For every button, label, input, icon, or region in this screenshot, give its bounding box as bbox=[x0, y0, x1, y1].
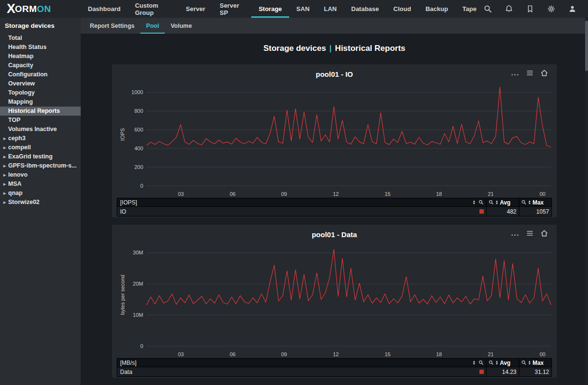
sidebar-item[interactable]: ▶GPFS-ibm-spectrum-s... bbox=[0, 161, 81, 170]
nav-item[interactable]: Storage bbox=[251, 0, 289, 18]
more-options-icon[interactable]: ... bbox=[511, 71, 519, 75]
svg-text:18: 18 bbox=[436, 351, 442, 357]
sidebar-item[interactable]: ▶ceph3 bbox=[0, 134, 81, 143]
svg-text:30M: 30M bbox=[133, 250, 143, 255]
avg-sort-icon[interactable]: ▲▼ bbox=[495, 200, 498, 205]
series-avg-value: 482 bbox=[487, 207, 519, 216]
svg-text:1000: 1000 bbox=[132, 89, 143, 95]
expand-arrow-icon[interactable]: ▶ bbox=[3, 153, 8, 161]
sidebar-item[interactable]: ▶Storwize02 bbox=[0, 198, 81, 207]
app-logo[interactable]: XORMON bbox=[0, 0, 81, 18]
legend-search-icon[interactable] bbox=[478, 200, 484, 205]
nav-item[interactable]: Server bbox=[179, 0, 212, 18]
sidebar-item[interactable]: ▶Mapping bbox=[0, 97, 81, 107]
expand-arrow-icon[interactable]: ▶ bbox=[3, 162, 8, 170]
sidebar-item[interactable]: ▶ExaGrid testing bbox=[0, 152, 81, 161]
sidebar-item[interactable]: ▶MSA bbox=[0, 180, 81, 189]
sidebar-item[interactable]: ▶Overview bbox=[0, 79, 81, 88]
sidebar-item[interactable]: ▶Historical Reports bbox=[0, 107, 81, 116]
bookmark-icon[interactable] bbox=[526, 5, 534, 13]
nav-item[interactable]: Backup bbox=[418, 0, 455, 18]
max-column-header[interactable]: Max bbox=[532, 199, 543, 206]
legend-series-row[interactable]: IO 482 1057 bbox=[117, 207, 551, 216]
line-chart-data[interactable]: 010M20M30M0306091215182100bytes per seco… bbox=[117, 240, 552, 358]
sidebar-item[interactable]: ▶Topology bbox=[0, 88, 81, 97]
sidebar-item[interactable]: ▶compell bbox=[0, 143, 81, 152]
user-account-icon[interactable] bbox=[568, 5, 576, 13]
max-sort-icon[interactable]: ▲▼ bbox=[528, 361, 531, 365]
chart-title-data: pool01 - Data bbox=[117, 225, 552, 239]
nav-item[interactable]: Custom Group bbox=[128, 0, 179, 18]
report-tab[interactable]: Volume bbox=[165, 18, 197, 34]
svg-text:0: 0 bbox=[140, 183, 143, 189]
nav-item[interactable]: Dashboard bbox=[81, 0, 128, 18]
sort-icon[interactable]: ▲▼ bbox=[473, 200, 476, 205]
line-chart-io[interactable]: 020040060080010000306091215182100IOPS bbox=[117, 79, 552, 197]
legend-header-row: [IOPS] ▲▼ ▲▼ Avg ▲▼ Max bbox=[117, 198, 551, 207]
page-scrollbar-thumb[interactable] bbox=[585, 21, 588, 71]
avg-search-icon[interactable] bbox=[489, 360, 494, 365]
svg-text:12: 12 bbox=[333, 351, 339, 357]
sidebar-item[interactable]: ▶qnap bbox=[0, 189, 81, 198]
report-tab[interactable]: Report Settings bbox=[84, 18, 140, 34]
main-content: Storage devices|Historical Reports pool0… bbox=[81, 34, 588, 385]
nav-item[interactable]: Database bbox=[344, 0, 386, 18]
svg-text:21: 21 bbox=[488, 351, 493, 357]
max-sort-icon[interactable]: ▲▼ bbox=[528, 200, 531, 205]
nav-item[interactable]: Cloud bbox=[386, 0, 418, 18]
max-column-header[interactable]: Max bbox=[532, 360, 543, 366]
more-options-icon[interactable]: ... bbox=[511, 231, 519, 236]
nav-item[interactable]: SAN bbox=[289, 0, 317, 18]
search-icon[interactable] bbox=[484, 5, 492, 13]
expand-arrow-icon[interactable]: ▶ bbox=[3, 171, 8, 180]
expand-arrow-icon[interactable]: ▶ bbox=[3, 144, 8, 152]
sidebar-item[interactable]: ▶Total bbox=[0, 34, 81, 43]
avg-column-header[interactable]: Avg bbox=[500, 360, 510, 366]
report-tab-label: Report Settings bbox=[90, 23, 135, 29]
max-search-icon[interactable] bbox=[521, 200, 527, 205]
svg-text:20M: 20M bbox=[133, 281, 143, 287]
sidebar-item-label: lenovo bbox=[8, 171, 27, 178]
nav-item-label: LAN bbox=[324, 5, 337, 12]
sidebar-item[interactable]: ▶Heatmap bbox=[0, 52, 81, 61]
expand-arrow-icon[interactable]: ▶ bbox=[3, 189, 8, 198]
sidebar-item-label: compell bbox=[8, 144, 31, 151]
nav-item-label: Database bbox=[351, 5, 379, 12]
logo-accent-text: ON bbox=[37, 4, 51, 14]
max-search-icon[interactable] bbox=[521, 360, 527, 365]
legend-unit-label: [IOPS] bbox=[120, 199, 137, 206]
nav-item[interactable]: LAN bbox=[317, 0, 344, 18]
home-icon[interactable] bbox=[540, 229, 548, 237]
legend-series-row[interactable]: Data 14.23 31.12 bbox=[117, 367, 551, 376]
sidebar-item[interactable]: ▶lenovo bbox=[0, 170, 81, 180]
nav-item-label: SAN bbox=[296, 5, 309, 12]
sidebar-item[interactable]: ▶Volumes Inactive bbox=[0, 125, 81, 134]
menu-icon[interactable] bbox=[526, 69, 534, 77]
sidebar-item[interactable]: ▶Capacity bbox=[0, 61, 81, 70]
menu-icon[interactable] bbox=[526, 229, 534, 237]
expand-arrow-icon[interactable]: ▶ bbox=[3, 198, 8, 207]
expand-arrow-icon[interactable]: ▶ bbox=[3, 134, 8, 143]
legend-table-data: [MB/s] ▲▼ ▲▼ Avg ▲▼ Max bbox=[117, 358, 552, 377]
nav-item[interactable]: Server SP bbox=[212, 0, 251, 18]
avg-column-header[interactable]: Avg bbox=[500, 199, 510, 206]
svg-text:00: 00 bbox=[539, 351, 545, 357]
sort-icon[interactable]: ▲▼ bbox=[473, 361, 476, 365]
sidebar-item[interactable]: ▶Health Status bbox=[0, 43, 81, 52]
notifications-icon[interactable] bbox=[505, 5, 513, 13]
sidebar-item[interactable]: ▶TOP bbox=[0, 116, 81, 125]
page-title-right: Historical Reports bbox=[335, 44, 405, 53]
legend-search-icon[interactable] bbox=[478, 360, 484, 365]
expand-arrow-icon[interactable]: ▶ bbox=[3, 180, 8, 189]
sidebar-item-label: Topology bbox=[8, 89, 35, 96]
page-scrollbar[interactable] bbox=[585, 18, 588, 385]
sidebar-item[interactable]: ▶Configuration bbox=[0, 70, 81, 79]
avg-sort-icon[interactable]: ▲▼ bbox=[495, 361, 498, 365]
avg-search-icon[interactable] bbox=[489, 200, 494, 205]
nav-item[interactable]: Tape bbox=[455, 0, 484, 18]
home-icon[interactable] bbox=[540, 69, 548, 77]
svg-text:00: 00 bbox=[539, 191, 545, 197]
report-tab-label: Volume bbox=[171, 23, 192, 29]
report-tab[interactable]: Pool bbox=[140, 18, 165, 34]
settings-gear-icon[interactable] bbox=[547, 5, 555, 13]
